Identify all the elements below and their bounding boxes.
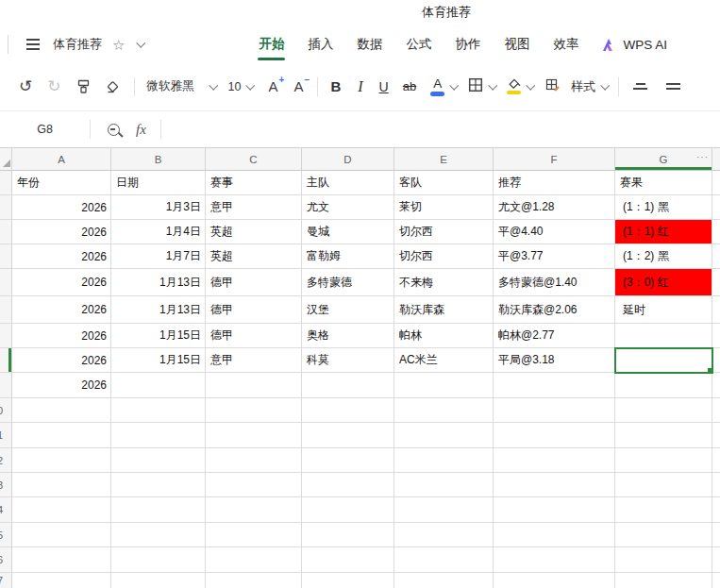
column-header-a[interactable]: A (12, 148, 111, 171)
cell[interactable] (394, 497, 494, 523)
cell[interactable] (615, 324, 712, 348)
document-title[interactable]: 体育推荐 (53, 36, 102, 53)
align-left-icon[interactable] (666, 83, 680, 91)
row-header[interactable] (0, 244, 12, 269)
cell[interactable] (712, 296, 720, 324)
cell[interactable]: 多特蒙德@1.40 (494, 269, 615, 296)
cell[interactable] (494, 573, 615, 588)
cell[interactable] (615, 497, 712, 523)
row-header[interactable]: 5 (0, 523, 12, 547)
cell[interactable] (111, 423, 206, 448)
hamburger-menu-icon[interactable] (26, 39, 40, 50)
cell[interactable]: 奥格 (302, 324, 394, 348)
tab-collaborate[interactable]: 协作 (454, 27, 481, 61)
cell[interactable] (712, 448, 720, 473)
cell[interactable] (206, 423, 302, 448)
cell[interactable] (12, 523, 111, 547)
tab-formulas[interactable]: 公式 (405, 27, 432, 61)
tab-insert[interactable]: 插入 (307, 27, 334, 61)
cell[interactable] (494, 523, 615, 547)
cell[interactable] (394, 573, 494, 588)
row-header[interactable]: 4 (0, 497, 12, 523)
select-all-corner[interactable] (0, 148, 12, 171)
cell[interactable]: 英超 (206, 220, 302, 244)
cell[interactable]: 推荐 (494, 171, 615, 195)
cell[interactable]: 赛果 (615, 171, 712, 195)
cell[interactable] (12, 423, 111, 448)
cell[interactable]: (1：1) 红 (615, 220, 712, 244)
decrease-font-size-button[interactable]: A − (293, 78, 303, 94)
cell-style-dropdown[interactable]: 样式 (545, 77, 608, 96)
cell[interactable]: 2026 (12, 269, 111, 296)
zoom-search-icon[interactable] (108, 124, 120, 136)
cell[interactable] (494, 373, 615, 398)
cell[interactable]: 2026 (12, 220, 111, 244)
cell[interactable] (712, 348, 720, 373)
cell[interactable] (206, 473, 302, 497)
document-chevron-down-icon[interactable] (137, 38, 146, 47)
cell[interactable] (111, 373, 206, 398)
cell[interactable] (394, 547, 494, 573)
cell[interactable] (111, 398, 206, 423)
row-header[interactable]: 7 (0, 573, 12, 588)
cell[interactable]: 2026 (12, 348, 111, 373)
row-header[interactable] (0, 269, 12, 296)
cell[interactable] (494, 398, 615, 423)
cell[interactable] (394, 373, 494, 398)
cell[interactable]: 客队 (394, 171, 494, 195)
cell[interactable]: 勒沃库森 (394, 296, 494, 324)
cell[interactable]: 2026 (12, 195, 111, 220)
cell[interactable] (302, 398, 394, 423)
cell[interactable] (206, 448, 302, 473)
cell[interactable]: 2026 (12, 296, 111, 324)
cell[interactable] (615, 547, 712, 573)
cell[interactable]: 平局@3.18 (494, 348, 615, 373)
column-header-c[interactable]: C (206, 148, 302, 171)
cell[interactable] (615, 373, 712, 398)
cell[interactable] (206, 398, 302, 423)
cell[interactable]: AC米兰 (394, 348, 494, 373)
cell[interactable] (615, 573, 712, 588)
cell[interactable] (394, 473, 494, 497)
cell[interactable] (712, 269, 720, 296)
cell[interactable]: (1：1) 黑 (615, 195, 712, 220)
cell[interactable] (206, 523, 302, 547)
tab-efficiency[interactable]: 效率 (552, 27, 579, 61)
cell[interactable] (111, 497, 206, 523)
row-header[interactable] (0, 348, 12, 373)
cell[interactable]: 德甲 (206, 324, 302, 348)
cell[interactable]: 德甲 (206, 296, 302, 324)
column-header-e[interactable]: E (394, 148, 494, 171)
cell[interactable] (615, 473, 712, 497)
cell[interactable]: 1月15日 (111, 348, 206, 373)
cell[interactable] (394, 423, 494, 448)
cell[interactable] (302, 497, 394, 523)
cell[interactable] (712, 473, 720, 497)
redo-icon[interactable]: ↻ (47, 78, 60, 94)
row-header[interactable] (0, 195, 12, 220)
more-columns-ellipsis[interactable]: ··· (696, 152, 709, 162)
cell[interactable]: 1月4日 (111, 220, 206, 244)
cell[interactable] (712, 497, 720, 523)
cell[interactable] (111, 523, 206, 547)
row-header[interactable] (0, 373, 12, 398)
tab-data[interactable]: 数据 (356, 27, 383, 61)
cell[interactable] (111, 448, 206, 473)
column-header-f[interactable]: F (494, 148, 615, 171)
cell[interactable] (712, 195, 720, 220)
cell[interactable] (712, 573, 720, 588)
cell[interactable] (206, 497, 302, 523)
fill-color-dropdown[interactable] (507, 78, 533, 95)
cell[interactable] (615, 523, 712, 547)
font-size-dropdown[interactable]: 10 (228, 80, 254, 93)
cell[interactable] (394, 398, 494, 423)
row-header[interactable]: 3 (0, 473, 12, 497)
selected-cell[interactable] (615, 348, 712, 373)
cell[interactable] (302, 523, 394, 547)
cell[interactable]: 勒沃库森@2.06 (494, 296, 615, 324)
cell[interactable]: 切尔西 (394, 220, 494, 244)
borders-dropdown[interactable] (468, 77, 495, 96)
cell[interactable] (712, 373, 720, 398)
cell[interactable]: 意甲 (206, 195, 302, 220)
cell[interactable]: 帕林 (394, 324, 494, 348)
